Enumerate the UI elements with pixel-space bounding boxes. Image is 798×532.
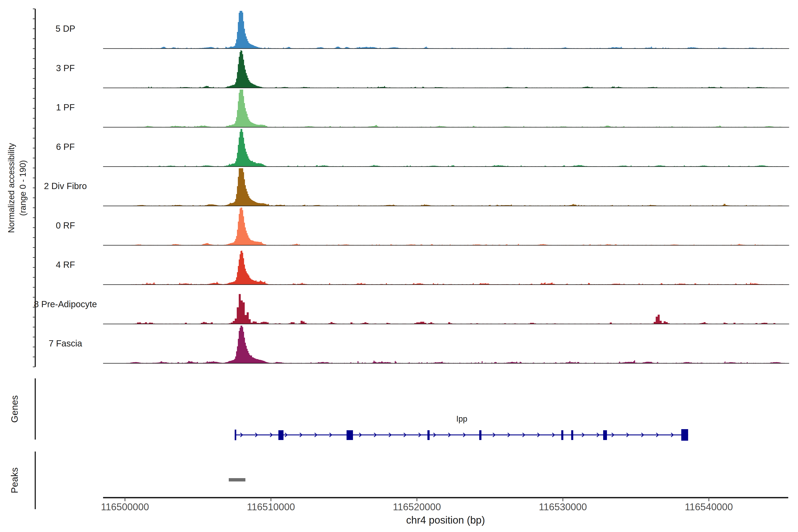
gene-exon: [279, 430, 284, 440]
track-label: 7 Fascia: [49, 339, 82, 348]
called-peak-regions: [229, 478, 245, 481]
peaks-section-label: Peaks: [9, 468, 20, 493]
genes-section-label: Genes: [9, 395, 20, 423]
peak-region: [229, 478, 245, 481]
genome-browser-figure: Normalized accessibility (range 0 - 190)…: [0, 0, 798, 532]
figure-background: [0, 0, 798, 532]
gene-exon: [681, 429, 688, 441]
gene-name-label: Ipp: [456, 414, 467, 423]
x-axis-tick-label: 116500000: [101, 501, 149, 512]
x-axis-title: chr4 position (bp): [406, 514, 485, 526]
track-label: 5 DP: [56, 24, 75, 34]
x-axis-tick-label: 116520000: [393, 501, 441, 512]
gene-exon: [479, 430, 481, 440]
gene-exon: [571, 430, 573, 440]
gene-tss-bar: [235, 430, 236, 440]
gene-exon: [603, 430, 607, 440]
track-label: 2 Div Fibro: [44, 181, 87, 191]
y-axis-title-line2: (range 0 - 190): [18, 160, 27, 216]
track-label: 4 RF: [56, 260, 75, 269]
track-label: 3 PF: [56, 63, 75, 73]
gene-exon: [346, 430, 353, 440]
track-label: 8 Pre-Adipocyte: [34, 299, 97, 309]
track-label: 1 PF: [56, 102, 75, 112]
track-label: 0 RF: [56, 221, 75, 230]
x-axis-tick-label: 116530000: [539, 501, 587, 512]
y-axis-title-line1: Normalized accessibility: [7, 143, 16, 233]
x-axis-tick-label: 116540000: [685, 501, 733, 512]
x-axis-tick-label: 116510000: [247, 501, 295, 512]
gene-exon: [561, 430, 563, 440]
gene-exon: [428, 430, 430, 440]
track-label: 6 PF: [56, 142, 75, 152]
